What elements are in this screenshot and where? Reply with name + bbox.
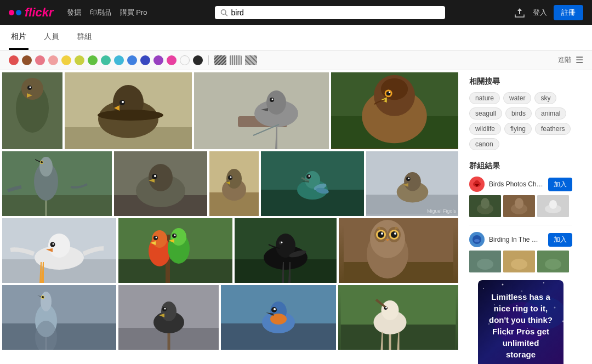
color-filter-yellow[interactable] — [61, 55, 71, 65]
group-1-join-button[interactable]: 加入 — [548, 178, 572, 191]
bird-image — [65, 72, 192, 149]
group-thumb — [503, 251, 535, 272]
tag-animal[interactable]: animal — [535, 107, 566, 120]
tag-canon[interactable]: canon — [469, 138, 499, 150]
tag-feathers[interactable]: feathers — [535, 123, 571, 135]
photo-item[interactable] — [221, 285, 336, 350]
group-icon-1 — [469, 177, 485, 192]
svg-point-112 — [161, 302, 177, 321]
svg-point-19 — [266, 90, 286, 115]
photo-item[interactable] — [261, 151, 364, 216]
photo-row-4 — [2, 285, 458, 350]
related-search-title: 相關搜尋 — [469, 77, 572, 87]
photo-item[interactable] — [114, 151, 207, 216]
svg-point-54 — [309, 175, 310, 177]
login-button[interactable]: 登入 — [533, 8, 547, 18]
texture-filter-2[interactable] — [230, 55, 242, 65]
svg-point-36 — [41, 161, 43, 163]
header-actions: 登入 註冊 — [513, 5, 583, 20]
svg-point-79 — [174, 235, 176, 236]
upload-icon[interactable] — [513, 7, 526, 18]
tag-flying[interactable]: flying — [504, 123, 532, 135]
photo-item[interactable] — [209, 151, 259, 216]
search-bar — [215, 6, 445, 19]
group-1-thumbnails — [469, 195, 572, 217]
photo-item[interactable] — [338, 285, 458, 350]
color-filter-white[interactable] — [180, 55, 190, 65]
bird-image — [194, 72, 329, 149]
color-filter-teal[interactable] — [101, 55, 111, 65]
color-filter-dark-blue[interactable] — [140, 55, 150, 65]
ad-title: Limitless has a nice ring to it, don't y… — [487, 291, 555, 360]
group-1-name: Birds Photos Cher... — [489, 180, 544, 188]
color-filter-black[interactable] — [193, 55, 203, 65]
svg-point-21 — [272, 99, 274, 100]
group-thumb — [537, 251, 569, 272]
tab-photos[interactable]: 相片 — [9, 25, 29, 50]
group-2-join-button[interactable]: 加入 — [548, 233, 572, 247]
photo-item[interactable] — [2, 151, 112, 216]
svg-point-34 — [39, 157, 53, 177]
photo-item[interactable] — [65, 72, 192, 149]
photo-item[interactable] — [2, 285, 116, 350]
photo-grid: Miguel Figols — [0, 70, 460, 364]
tab-people[interactable]: 人員 — [42, 25, 61, 50]
tag-nature[interactable]: nature — [469, 92, 500, 104]
photo-row-1 — [2, 72, 458, 149]
nav-pro[interactable]: 購買 Pro — [120, 8, 147, 18]
group-2-name: Birding In The Wild — [489, 236, 544, 243]
svg-rect-101 — [2, 323, 116, 350]
tag-birds[interactable]: birds — [505, 107, 532, 120]
svg-point-96 — [381, 232, 383, 235]
search-input[interactable] — [231, 8, 440, 17]
tab-groups[interactable]: 群組 — [75, 25, 94, 50]
svg-point-29 — [389, 92, 390, 93]
color-filter-cyan[interactable] — [114, 55, 124, 65]
filter-advanced-label[interactable]: 進階 — [558, 55, 571, 65]
tag-water[interactable]: water — [503, 92, 531, 104]
photo-item[interactable] — [339, 218, 458, 283]
color-filter-blue[interactable] — [127, 55, 137, 65]
photo-item[interactable] — [2, 218, 116, 283]
color-filter-magenta[interactable] — [167, 55, 177, 65]
photo-item[interactable] — [235, 218, 337, 283]
tag-sky[interactable]: sky — [534, 92, 556, 104]
svg-point-149 — [545, 259, 561, 270]
color-filter-yellow-green[interactable] — [75, 55, 84, 65]
photo-item[interactable] — [194, 72, 329, 149]
logo[interactable]: flickr — [9, 5, 54, 20]
svg-point-106 — [42, 296, 44, 298]
bird-image — [2, 218, 116, 283]
nav-explore[interactable]: 發掘 — [67, 8, 81, 18]
filter-divider — [208, 55, 209, 65]
bird-image — [118, 218, 232, 283]
logo-dots — [9, 10, 21, 15]
tag-wildlife[interactable]: wildlife — [469, 123, 501, 135]
nav-print[interactable]: 印刷品 — [90, 8, 111, 18]
register-button[interactable]: 註冊 — [554, 5, 583, 20]
svg-point-145 — [477, 259, 493, 270]
svg-point-160 — [562, 321, 564, 322]
color-filter-red[interactable] — [9, 55, 19, 65]
svg-point-86 — [281, 242, 283, 243]
color-filter-peach[interactable] — [48, 55, 58, 65]
texture-filter-3[interactable] — [245, 55, 257, 65]
color-filter-green[interactable] — [88, 55, 98, 65]
svg-rect-31 — [2, 195, 112, 216]
photo-item[interactable] — [118, 285, 219, 350]
photo-item[interactable]: Miguel Figols — [366, 151, 458, 216]
svg-point-60 — [404, 172, 421, 191]
color-filter-brown[interactable] — [22, 55, 32, 65]
photo-item[interactable] — [118, 218, 232, 283]
svg-point-134 — [481, 198, 489, 209]
logo-dot-pink — [9, 10, 14, 15]
photo-item[interactable] — [331, 72, 458, 149]
tag-seagull[interactable]: seagull — [469, 107, 502, 120]
photo-item[interactable] — [2, 72, 62, 149]
color-filter-purple[interactable] — [153, 55, 163, 65]
texture-filter-1[interactable] — [214, 55, 226, 65]
filter-menu-icon[interactable]: ☰ — [576, 55, 583, 65]
svg-point-12 — [98, 110, 163, 121]
color-filter-pink[interactable] — [35, 55, 45, 65]
svg-point-151 — [502, 284, 504, 286]
